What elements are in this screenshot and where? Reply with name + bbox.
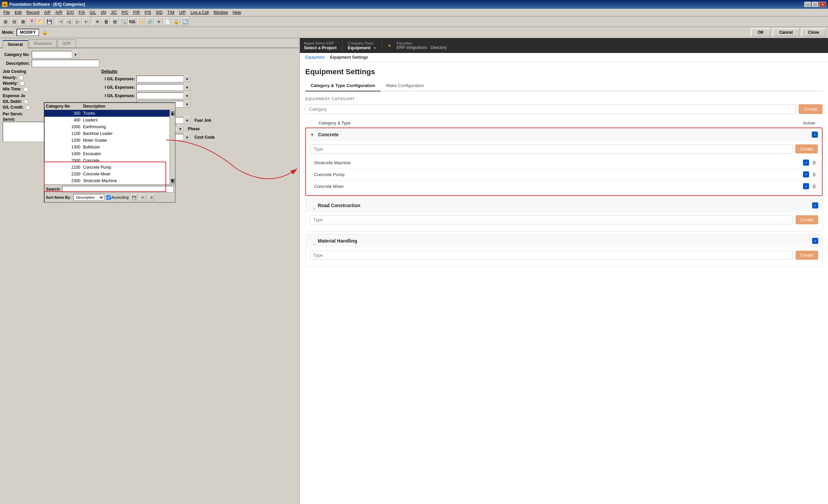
cancel-button[interactable]: Cancel [773, 28, 799, 36]
menu-tm[interactable]: T/M [165, 9, 177, 16]
sort-by-select[interactable]: Description Category No [73, 194, 104, 201]
toolbar-btn-cancel[interactable]: ✕ [93, 18, 101, 26]
menu-in[interactable]: I/N [99, 9, 108, 16]
breadcrumb-parent[interactable]: Equipment [305, 55, 325, 60]
toolbar-btn-bolt[interactable]: ⚡ [137, 18, 145, 26]
create-category-button[interactable]: Create [799, 104, 823, 114]
dropdown-item[interactable]: 1000Earthmoving [45, 123, 170, 130]
menu-help[interactable]: Help [231, 9, 243, 16]
erp-project-label[interactable]: Select a Project [304, 45, 337, 50]
toolbar-btn-sql[interactable]: SQL [128, 18, 136, 26]
tab-general[interactable]: General [3, 40, 28, 48]
toolbar-btn-prev[interactable]: ◁ [65, 18, 73, 26]
close-button[interactable]: Close [801, 28, 826, 36]
toolbar-btn-first[interactable]: ⊣ [56, 18, 64, 26]
erp-equipment-label[interactable]: Equipment ▼ [348, 45, 377, 50]
maximize-btn[interactable]: □ [812, 2, 819, 7]
ok-button[interactable]: OK [751, 28, 771, 36]
menu-pr[interactable]: P/R [131, 9, 142, 16]
idle-time-checkbox[interactable] [24, 87, 28, 91]
scroll-up[interactable]: ▲ [170, 111, 175, 116]
toolbar-btn-next[interactable]: ▷ [74, 18, 82, 26]
sumption-type-dd[interactable]: ▼ [177, 125, 184, 133]
gl-debit-checkbox[interactable] [24, 100, 28, 104]
gl-credit-checkbox[interactable] [26, 105, 30, 110]
dropdown-item[interactable]: 300Trucks [45, 110, 170, 117]
pump-active-checkbox[interactable]: ✓ [803, 171, 809, 177]
toolbar-btn-pin[interactable]: 📍 [28, 18, 36, 26]
hourly-checkbox[interactable] [19, 76, 23, 80]
concrete-create-type-button[interactable]: Create [795, 144, 818, 153]
menu-pc[interactable]: P/C [120, 9, 130, 16]
category-name-input[interactable] [305, 104, 796, 114]
favorites-star-icon[interactable]: ★ [388, 43, 391, 48]
fuel-expense-dd[interactable]: ▼ [184, 134, 190, 141]
weekly-checkbox[interactable] [20, 81, 24, 86]
dropdown-item[interactable]: 1300Bulldozer [45, 144, 170, 150]
toolbar-btn-minus[interactable]: ⊟ [10, 18, 18, 26]
menu-sd[interactable]: S/D [154, 9, 164, 16]
toolbar-btn-folder[interactable]: 📁 [36, 18, 45, 26]
igl-expenses-1-input[interactable] [136, 76, 184, 82]
road-chevron-icon[interactable]: › [311, 201, 316, 209]
menu-edit[interactable]: Edit [12, 9, 24, 16]
sort-save-btn[interactable]: 💾 [131, 194, 137, 201]
concrete-chevron-icon[interactable]: ▼ [310, 132, 318, 137]
sort-refresh-btn[interactable]: ✕ [148, 194, 155, 201]
material-chevron-icon[interactable]: › [311, 237, 316, 245]
toolbar-btn-table[interactable]: ⊞ [111, 18, 119, 26]
toolbar-btn-save[interactable]: 💾 [45, 18, 53, 26]
road-create-type-button[interactable]: Create [796, 215, 818, 224]
material-type-input[interactable] [310, 251, 793, 260]
dropdown-item[interactable]: 400Loaders [45, 117, 170, 123]
menu-file[interactable]: File [1, 9, 12, 16]
fuel-type-dd[interactable]: ▼ [184, 117, 190, 124]
mixer-active-checkbox[interactable]: ✓ [803, 183, 809, 189]
gl-credit-dd[interactable]: ▼ [184, 101, 190, 108]
igl-expenses-2-dd[interactable]: ▼ [184, 84, 190, 91]
road-type-input[interactable] [310, 215, 793, 224]
menu-gl[interactable]: G/L [87, 9, 98, 16]
category-no-dropdown[interactable]: ▼ [72, 51, 79, 58]
dropdown-item[interactable]: 2200Concrete Mixer [45, 171, 170, 177]
igl-expenses-3-dd[interactable]: ▼ [184, 92, 190, 100]
sort-edit-btn[interactable]: ✏ [139, 194, 146, 201]
toolbar-btn-delete[interactable]: 🗑 [102, 18, 110, 26]
ascending-checkbox[interactable] [106, 195, 111, 200]
toolbar-btn-x[interactable]: ⊠ [19, 18, 27, 26]
shotcrete-active-checkbox[interactable]: ✓ [803, 160, 809, 166]
toolbar-btn-search[interactable]: 🔍 [120, 18, 128, 26]
dropdown-item[interactable]: 1100Backhoe Loader [45, 130, 170, 137]
shotcrete-delete-icon[interactable]: 🗑 [812, 160, 817, 165]
concrete-type-input[interactable] [310, 144, 793, 153]
igl-expenses-1-dd[interactable]: ▼ [184, 75, 190, 83]
menu-fa[interactable]: F/A [77, 9, 87, 16]
tab-category-type[interactable]: Category & Type Configuration [305, 80, 381, 91]
igl-expenses-2-input[interactable] [136, 84, 184, 91]
menu-up[interactable]: U/P [177, 9, 188, 16]
toolbar-btn-link[interactable]: 🔗 [146, 18, 154, 26]
equipment-dropdown-arrow[interactable]: ▼ [373, 46, 377, 50]
description-input[interactable] [32, 60, 99, 67]
tab-udf[interactable]: UDF [57, 39, 76, 48]
material-active-checkbox[interactable]: ✓ [812, 238, 818, 244]
menu-ap[interactable]: A/P [42, 9, 53, 16]
tab-make-config[interactable]: Make Configuration [381, 80, 430, 91]
menu-ar[interactable]: A/R [53, 9, 64, 16]
road-active-checkbox[interactable]: ✓ [812, 202, 818, 208]
toolbar-btn-refresh[interactable]: 🔄 [181, 18, 189, 26]
dropdown-item[interactable]: 1200Moter Grader [45, 137, 170, 144]
dropdown-item[interactable]: 2300Shotcrete Machine [45, 177, 170, 184]
dropdown-search-input[interactable] [62, 186, 174, 193]
toolbar-btn-last[interactable]: ⊢ [82, 18, 90, 26]
igl-expenses-3-input[interactable] [136, 92, 184, 99]
mixer-delete-icon[interactable]: 🗑 [812, 184, 817, 189]
menu-ps[interactable]: P/S [143, 9, 153, 16]
menu-record[interactable]: Record [24, 9, 42, 16]
menu-window[interactable]: Window [211, 9, 230, 16]
menu-jc[interactable]: J/C [109, 9, 119, 16]
menu-logcall[interactable]: Log a Call [188, 9, 211, 16]
toolbar-btn-lock[interactable]: 🔒 [172, 18, 180, 26]
toolbar-btn-list[interactable]: ≡ [155, 18, 163, 26]
category-no-input[interactable] [32, 51, 72, 58]
